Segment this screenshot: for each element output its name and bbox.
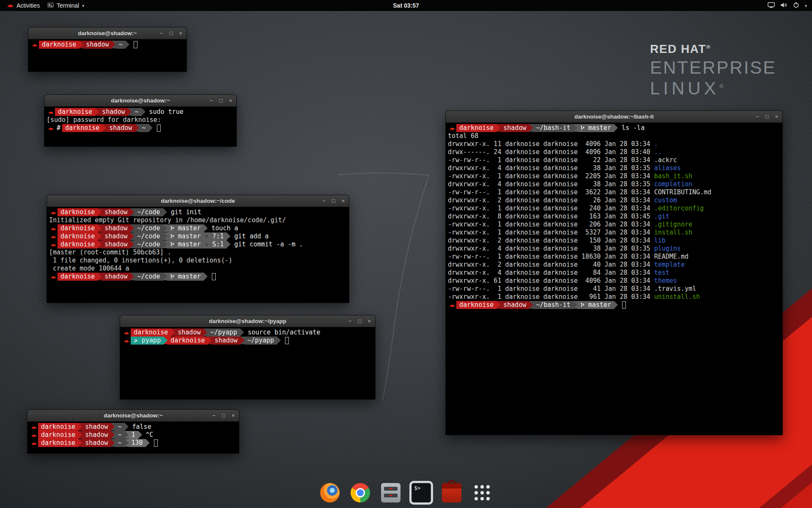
minimize-button[interactable]: −	[756, 111, 759, 122]
redhat-prompt-icon	[30, 41, 39, 49]
close-button[interactable]: ×	[368, 315, 371, 327]
maximize-button[interactable]: □	[170, 28, 173, 39]
window-titlebar[interactable]: darknoise@shadow:~ − □ ×	[27, 410, 239, 422]
powerline-separator	[163, 273, 167, 280]
git-branch-icon	[170, 242, 174, 247]
close-button[interactable]: ×	[341, 195, 345, 207]
terminal-body[interactable]: darknoiseshadow~/code git initInitialize…	[47, 207, 349, 282]
dock-item-toolbox[interactable]	[440, 481, 464, 505]
maximize-button[interactable]: □	[332, 195, 335, 207]
output-text: drwxrwxr-x. 4 darknoise darknoise 38 Jan…	[448, 245, 654, 252]
redhat-prompt-icon	[49, 208, 58, 216]
window-titlebar[interactable]: darknoise@shadow:~ − □ ×	[44, 95, 236, 107]
powerline-separator	[163, 240, 167, 248]
redhat-prompt-icon	[30, 431, 38, 439]
clock[interactable]: Sat 03:57	[393, 2, 419, 9]
output-text: drwxrwxr-x. 2 darknoise darknoise 150 Ja…	[448, 237, 654, 244]
terminal-window-home-bottom: darknoise@shadow:~ − □ × darknoiseshadow…	[27, 409, 239, 454]
powerline-separator	[149, 124, 153, 132]
window-title: darknoise@shadow:~/code	[47, 195, 349, 207]
prompt-segment-user: darknoise	[58, 208, 98, 216]
directory-name: test	[654, 269, 669, 276]
window-controls: − □ ×	[160, 28, 182, 39]
output-text: [sudo] password for darknoise:	[47, 116, 161, 124]
maximize-button[interactable]: □	[765, 111, 769, 122]
terminal-line: darknoiseshadow~/bash-it master	[448, 301, 780, 309]
close-button[interactable]: ×	[775, 111, 778, 122]
window-titlebar[interactable]: darknoise@shadow:~/bash-it − □ ×	[446, 111, 782, 123]
prompt-segment-git: master	[167, 273, 204, 281]
activities-button[interactable]: Activities	[3, 0, 44, 11]
maximize-button[interactable]: □	[219, 95, 223, 106]
terminal-line: drwxrwxr-x. 2 darknoise darknoise 26 Jan…	[448, 196, 780, 204]
system-status-area[interactable]: ▾	[768, 0, 812, 11]
close-button[interactable]: ×	[179, 28, 182, 39]
prompt-segment-path: ~	[139, 124, 149, 132]
git-branch-icon	[580, 302, 584, 308]
terminal-cursor	[285, 337, 289, 344]
app-menu-terminal[interactable]: Terminal ▾	[44, 0, 88, 11]
window-titlebar[interactable]: darknoise@shadow:~/pyapp − □ ×	[120, 315, 375, 327]
minimize-button[interactable]: −	[160, 28, 163, 39]
close-button[interactable]: ×	[231, 410, 235, 421]
minimize-button[interactable]: −	[348, 315, 352, 327]
maximize-button[interactable]: □	[358, 315, 362, 327]
powerline-separator	[126, 41, 129, 48]
dock-item-firefox[interactable]	[318, 481, 342, 505]
close-button[interactable]: ×	[229, 95, 232, 106]
terminal-body[interactable]: darknoiseshadow~/pyapp source bin/activa…	[120, 327, 375, 346]
terminal-window-sudo: darknoise@shadow:~ − □ × darknoiseshadow…	[44, 94, 237, 147]
powerline-separator	[130, 224, 134, 232]
terminal-body[interactable]: darknoiseshadow~/bash-it master ls -lato…	[446, 123, 782, 310]
prompt-segment-user: darknoise	[167, 337, 208, 345]
prompt-segment-path: ~/pyapp	[207, 329, 240, 337]
directory-name: custom	[654, 196, 677, 204]
output-text: drwxrwxr-x. 4 darknoise darknoise 38 Jan…	[448, 180, 654, 188]
dock-item-chrome[interactable]	[348, 481, 372, 505]
powerline-separator	[204, 273, 208, 280]
powerline-separator	[79, 41, 83, 48]
prompt-segment-path: ~	[132, 108, 141, 116]
redhat-prompt-icon	[49, 232, 58, 240]
maximize-button[interactable]: □	[222, 410, 225, 421]
terminal-line: drwxrwxr-x. 4 darknoise darknoise 38 Jan…	[448, 245, 780, 253]
powerline-separator	[573, 301, 577, 309]
window-titlebar[interactable]: darknoise@shadow:~/code − □ ×	[47, 195, 349, 207]
output-text: 1 file changed, 0 insertions(+), 0 delet…	[49, 257, 232, 264]
prompt-segment-host: shadow	[500, 124, 529, 132]
prompt-segment-path: ~/pyapp	[244, 337, 277, 345]
minimize-button[interactable]: −	[322, 195, 326, 207]
powerline-separator	[98, 224, 102, 232]
registered-mark: ®	[719, 83, 727, 89]
output-text: drwxrwxr-x. 8 darknoise darknoise 163 Ja…	[448, 213, 654, 220]
terminal-prompt-glyph: $>	[414, 485, 421, 491]
output-text: total 68	[448, 132, 478, 140]
powerline-separator	[135, 124, 139, 132]
terminal-body[interactable]: darknoiseshadow~ falsedarknoiseshadow~1 …	[27, 422, 239, 448]
dock-item-show-applications[interactable]	[470, 481, 494, 505]
terminal-line: 1 file changed, 0 insertions(+), 0 delet…	[49, 257, 347, 265]
redhat-prompt-icon	[49, 240, 58, 248]
prompt-segment-host: shadow	[211, 337, 240, 345]
powerline-separator	[163, 232, 167, 240]
powerline-separator	[203, 329, 207, 336]
prompt-segment-venv: pyapp	[131, 337, 164, 345]
dock-item-terminal[interactable]: $>	[409, 481, 433, 505]
window-title: darknoise@shadow:~/pyapp	[120, 315, 375, 327]
terminal-body[interactable]: darknoiseshadow~ sudo true[sudo] passwor…	[44, 107, 236, 133]
powerline-separator	[130, 208, 134, 216]
terminal-window-pyapp: darknoise@shadow:~/pyapp − □ × darknoise…	[120, 315, 376, 400]
window-controls: − □ ×	[348, 315, 371, 327]
directory-name: .	[654, 140, 658, 148]
minimize-button[interactable]: −	[210, 95, 213, 106]
window-titlebar[interactable]: darknoise@shadow:~ − □ ×	[28, 28, 187, 39]
terminal-body[interactable]: darknoiseshadow~	[28, 39, 187, 50]
terminal-line: -rwxrwxr-x. 1 darknoise darknoise 206 Ja…	[448, 221, 780, 229]
dock-item-files[interactable]	[379, 481, 403, 505]
output-text: -rw-rw-r--. 1 darknoise darknoise 22 Jan…	[448, 156, 677, 164]
minimize-button[interactable]: −	[212, 410, 216, 421]
directory-name: aliases	[654, 164, 681, 172]
prompt-segment-path: ~/code	[134, 208, 163, 216]
powerline-separator	[573, 124, 577, 132]
powerline-separator	[130, 273, 134, 280]
